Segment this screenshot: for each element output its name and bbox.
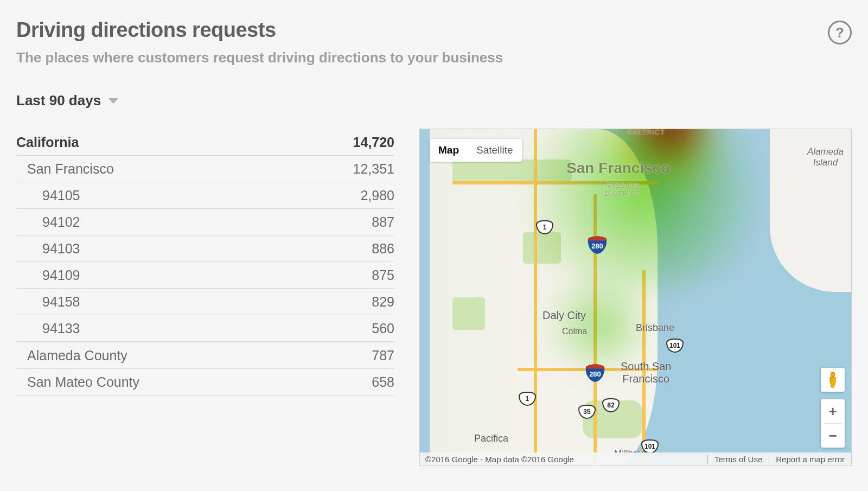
map-road [534,129,537,466]
route-shield: 101 [666,339,684,353]
zip-row[interactable]: 94105 2,980 [16,182,394,209]
map-park [452,160,572,182]
zip-row[interactable]: 94133 560 [16,315,394,342]
zip-row[interactable]: 94109 875 [16,262,394,289]
directions-table: California 14,720 San Francisco 12,351 9… [16,129,394,396]
terms-link[interactable]: Terms of Use [707,455,769,464]
help-icon[interactable]: ? [828,21,852,44]
svg-point-0 [831,372,835,377]
zip-count: 829 [372,294,394,310]
map-type-map[interactable]: Map [430,139,468,162]
zip-code: 94105 [16,188,80,203]
map-land [770,129,851,292]
date-range-label: Last 90 days [16,92,101,109]
zip-code: 94133 [16,321,80,336]
pegman-icon [827,372,839,388]
interstate-shield: 280 [587,235,608,254]
map-attribution: ©2016 Google - Map data ©2016 Google [420,455,707,464]
region-name: California [16,135,79,150]
zoom-in-button[interactable]: + [821,399,845,423]
heatmap[interactable]: San Francisco DISTRICT MISSION DISTRICT … [419,129,852,466]
region-total: 14,720 [353,135,394,150]
page-title: Driving directions requests [16,18,503,42]
map-park [523,232,561,264]
zip-code: 94102 [16,214,80,230]
map-park [452,297,485,330]
map-type-satellite[interactable]: Satellite [468,139,522,162]
area-total: 787 [372,348,394,364]
pegman-button[interactable] [821,368,845,392]
map-type-switch: Map Satellite [430,139,522,162]
zip-row[interactable]: 94158 829 [16,289,394,315]
chevron-down-icon [108,98,118,104]
area-total: 658 [372,374,394,390]
area-name: Alameda County [16,348,127,364]
zip-count: 560 [372,321,394,336]
report-error-link[interactable]: Report a map error [769,455,851,464]
zip-count: 887 [372,214,394,230]
area-total: 12,351 [353,161,394,177]
page-subtitle: The places where customers request drivi… [16,49,503,66]
zip-row[interactable]: 94102 887 [16,209,394,235]
zip-code: 94109 [16,267,80,283]
map-road [593,194,597,466]
zip-count: 875 [372,267,394,283]
date-range-dropdown[interactable]: Last 90 days [16,92,852,109]
zip-row[interactable]: 94103 886 [16,235,394,262]
area-row[interactable]: San Francisco 12,351 [16,156,394,182]
area-name: San Mateo County [16,374,139,390]
map-label-district: DISTRICT [628,129,665,136]
zip-code: 94158 [16,294,80,310]
zoom-out-button[interactable]: − [821,424,845,448]
map-road [452,181,659,184]
area-row[interactable]: Alameda County 787 [16,342,394,369]
zoom-control: + − [821,399,845,448]
area-name: San Francisco [16,161,114,177]
zip-code: 94103 [16,241,80,257]
interstate-shield: 280 [585,364,605,382]
zip-count: 2,980 [360,188,394,203]
region-row[interactable]: California 14,720 [16,129,394,156]
map-footer: ©2016 Google - Map data ©2016 Google Ter… [420,452,851,466]
zip-count: 886 [372,241,394,257]
area-row[interactable]: San Mateo County 658 [16,369,394,396]
